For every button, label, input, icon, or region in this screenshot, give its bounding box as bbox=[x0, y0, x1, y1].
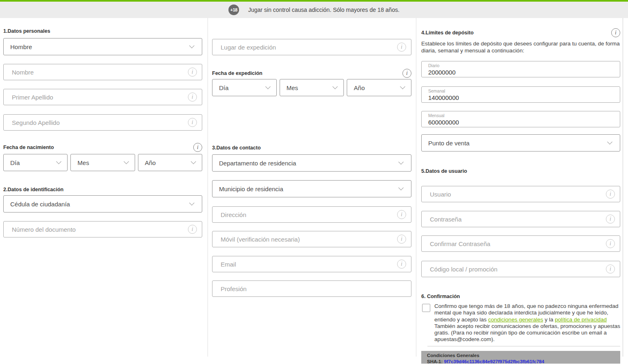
info-icon[interactable]: i bbox=[397, 235, 406, 244]
punto-venta-value: Punto de venta bbox=[428, 140, 470, 147]
primer-apellido-field: i bbox=[3, 89, 202, 105]
usuario-input[interactable] bbox=[422, 186, 606, 202]
punto-venta-select[interactable]: Punto de venta bbox=[421, 134, 620, 151]
segundo-apellido-input[interactable] bbox=[4, 115, 188, 130]
section-title-datos-personales: 1.Datos personales bbox=[3, 28, 202, 34]
document-type-select[interactable]: Cédula de ciudadanía bbox=[3, 195, 202, 213]
diario-label: Diario bbox=[428, 63, 620, 68]
mensual-label: Mensual bbox=[428, 113, 620, 118]
movil-input[interactable] bbox=[212, 231, 397, 247]
info-icon[interactable]: i bbox=[193, 143, 202, 152]
semanal-value: 140000000 bbox=[428, 94, 620, 101]
info-icon[interactable]: i bbox=[606, 190, 615, 199]
chevron-down-icon bbox=[398, 159, 404, 165]
codigo-promocion-input[interactable] bbox=[422, 261, 606, 277]
mensual-limit-field[interactable]: Mensual 600000000 bbox=[421, 111, 620, 127]
diario-limit-field[interactable]: Diario 20000000 bbox=[421, 61, 620, 77]
divider bbox=[427, 346, 620, 346]
fecha-nacimiento-label: Fecha de nacimiento bbox=[3, 145, 54, 150]
email-field: i bbox=[212, 256, 411, 272]
profesion-input[interactable] bbox=[212, 281, 411, 296]
age-warning-text: Jugar sin control causa adicción. Sólo m… bbox=[248, 7, 400, 13]
confirm-text-part2: y la bbox=[543, 317, 555, 323]
chevron-down-icon bbox=[191, 159, 196, 164]
gender-select[interactable]: Hombre bbox=[3, 38, 202, 55]
diario-value: 20000000 bbox=[428, 69, 620, 76]
departamento-value: Departamento de residencia bbox=[219, 160, 296, 167]
codigo-promocion-field: i bbox=[421, 261, 620, 277]
segundo-apellido-field: i bbox=[3, 114, 202, 131]
confirm-text-part3: También acepto recibir comunicaciones de… bbox=[434, 323, 620, 343]
confirmation-row: Confirmo que tengo más de 18 años, que n… bbox=[421, 303, 620, 343]
fecha-nacimiento-row: Fecha de nacimiento i bbox=[3, 143, 202, 152]
chevron-down-icon bbox=[607, 139, 612, 145]
nombre-field: i bbox=[3, 64, 202, 80]
info-icon[interactable]: i bbox=[188, 93, 197, 102]
expedicion-ano-select[interactable]: Año bbox=[347, 79, 411, 96]
confirmar-contrasena-input[interactable] bbox=[422, 236, 606, 251]
chevron-down-icon bbox=[189, 43, 194, 48]
politica-privacidad-link[interactable]: política de privacidad bbox=[555, 317, 607, 323]
chevron-down-icon bbox=[189, 200, 194, 206]
info-icon[interactable]: i bbox=[606, 239, 615, 248]
lugar-expedicion-input[interactable] bbox=[212, 39, 397, 55]
semanal-limit-field[interactable]: Semanal 140000000 bbox=[421, 86, 620, 103]
sha1-line: SHA-1: 9f7c39d46c1136c84e927f975d2fbc3fb… bbox=[427, 359, 616, 364]
chevron-down-icon bbox=[265, 84, 271, 89]
semanal-label: Semanal bbox=[428, 88, 620, 93]
municipio-select[interactable]: Municipio de residencia bbox=[212, 180, 411, 197]
info-icon[interactable]: i bbox=[188, 225, 197, 234]
limites-deposito-row: 4.Límites de depósito i bbox=[421, 28, 620, 37]
info-icon[interactable]: i bbox=[402, 69, 411, 78]
nacimiento-mes-select[interactable]: Mes bbox=[70, 154, 135, 171]
fecha-expedicion-row: Fecha de expedición i bbox=[212, 69, 411, 78]
sha1-label: SHA-1: bbox=[427, 359, 444, 364]
plus18-icon: +18 bbox=[228, 5, 239, 15]
age-warning-banner: +18 Jugar sin control causa adicción. Só… bbox=[0, 0, 628, 18]
municipio-value: Municipio de residencia bbox=[219, 185, 283, 192]
registration-form: 1.Datos personales Hombre i i i Fecha de… bbox=[0, 18, 628, 357]
fecha-expedicion-selects: Día Mes Año bbox=[212, 79, 411, 96]
departamento-select[interactable]: Departamento de residencia bbox=[212, 154, 411, 172]
info-icon[interactable]: i bbox=[188, 68, 197, 77]
usuario-field: i bbox=[421, 186, 620, 202]
info-icon[interactable]: i bbox=[606, 265, 615, 274]
numero-documento-field: i bbox=[3, 221, 202, 237]
fecha-nacimiento-selects: Día Mes Año bbox=[3, 154, 202, 171]
confirm-checkbox[interactable] bbox=[422, 304, 430, 312]
dia-select-value: Día bbox=[10, 159, 20, 166]
expedicion-dia-select[interactable]: Día bbox=[212, 79, 277, 96]
chevron-down-icon bbox=[398, 185, 404, 190]
ano-select-value: Año bbox=[354, 84, 365, 91]
direccion-input[interactable] bbox=[212, 207, 397, 222]
nacimiento-ano-select[interactable]: Año bbox=[138, 154, 202, 171]
numero-documento-input[interactable] bbox=[4, 222, 188, 237]
contrasena-input[interactable] bbox=[422, 211, 606, 227]
column-limits-user-confirm: 4.Límites de depósito i Establece los lí… bbox=[416, 18, 623, 357]
nacimiento-dia-select[interactable]: Día bbox=[3, 154, 68, 171]
gender-select-value: Hombre bbox=[10, 43, 32, 50]
section-title-limites-deposito: 4.Límites de depósito bbox=[421, 28, 474, 36]
section-title-datos-identificacion: 2.Datos de identificación bbox=[3, 187, 202, 192]
info-icon[interactable]: i bbox=[611, 28, 620, 37]
section-title-datos-contacto: 3.Datos de contacto bbox=[212, 145, 411, 151]
info-icon[interactable]: i bbox=[188, 118, 197, 127]
mes-select-value: Mes bbox=[287, 84, 298, 91]
info-icon[interactable]: i bbox=[397, 43, 406, 52]
condiciones-box-title: Condiciones Generales bbox=[427, 353, 616, 359]
document-type-value: Cédula de ciudadanía bbox=[10, 201, 70, 208]
primer-apellido-input[interactable] bbox=[4, 89, 188, 105]
info-icon[interactable]: i bbox=[397, 260, 406, 269]
expedicion-mes-select[interactable]: Mes bbox=[280, 79, 344, 96]
lugar-expedicion-field: i bbox=[212, 39, 411, 55]
info-icon[interactable]: i bbox=[397, 210, 406, 219]
column-personal-data: 1.Datos personales Hombre i i i Fecha de… bbox=[0, 18, 208, 357]
sha1-hash-link[interactable]: 9f7c39d46c1136c84e927f975d2fbc3fb61fc784 bbox=[444, 359, 544, 364]
mes-select-value: Mes bbox=[77, 159, 89, 166]
email-input[interactable] bbox=[212, 256, 397, 272]
movil-field: i bbox=[212, 231, 411, 247]
info-icon[interactable]: i bbox=[606, 215, 615, 224]
condiciones-generales-link[interactable]: condiciones generales bbox=[488, 317, 543, 323]
chevron-down-icon bbox=[332, 84, 338, 89]
nombre-input[interactable] bbox=[4, 64, 188, 80]
